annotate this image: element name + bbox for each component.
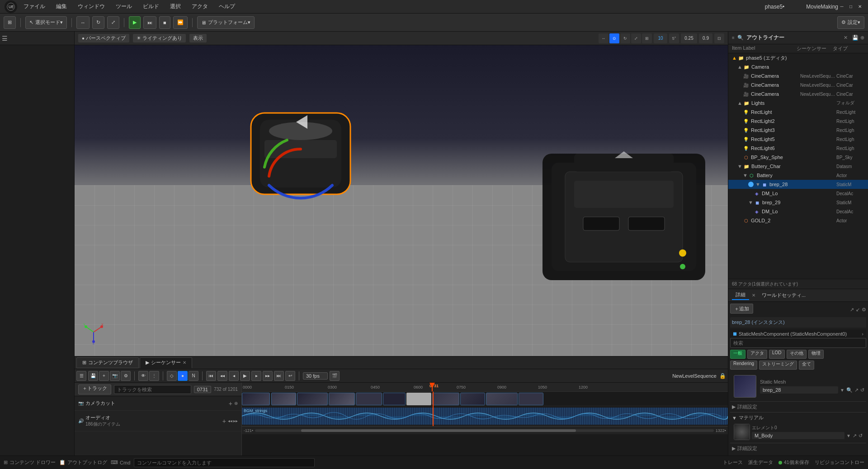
tree-item-battery[interactable]: ▼ ⬡ Battery Actor — [728, 171, 868, 180]
details-export-icon[interactable]: ↗ — [850, 307, 854, 313]
seq-mode1-btn[interactable]: ◇ — [167, 371, 177, 381]
seq-more-btn[interactable]: ⋮ — [149, 371, 159, 381]
tree-item-brep28[interactable]: ▼ ◼ brep_28 StaticM — [728, 180, 868, 189]
tree-item-bpsky[interactable]: ⬡ BP_Sky_Sphe BP_Sky — [728, 153, 868, 162]
add-audio-btn[interactable]: + — [222, 417, 226, 425]
seq-prev-key-btn[interactable]: ◂◂ — [217, 371, 227, 381]
seq-mode2-btn[interactable]: ● — [178, 371, 188, 381]
active-gizmo[interactable]: ⊙ — [609, 33, 619, 43]
viewport-toggle-btn[interactable]: ⊞ — [4, 16, 16, 29]
seq-loop-btn[interactable]: ↩ — [285, 371, 295, 381]
audio-track[interactable]: 🔊 オーディオ 186個のアイテム + ◂◂ ▸▸ — [75, 411, 241, 431]
clip-9[interactable] — [486, 393, 518, 405]
menu-edit[interactable]: 編集 — [54, 2, 69, 11]
camera-cut-menu-btn[interactable]: ⊕ — [234, 401, 238, 406]
seq-menu-btn[interactable]: ☰ — [76, 371, 86, 381]
tree-item-gold2[interactable]: ⬡ GOLD_2 Actor — [728, 216, 868, 225]
seq-prev-frame-btn[interactable]: ◂ — [229, 371, 239, 381]
static-mesh-name[interactable]: brep_28 — [760, 386, 838, 394]
move-btn[interactable]: ↔ — [76, 16, 90, 29]
details-import-icon[interactable]: ↙ — [856, 307, 860, 313]
menu-build[interactable]: ビルド — [141, 2, 161, 11]
add-camera-cut-btn[interactable]: + — [229, 400, 232, 407]
clip-8[interactable] — [460, 393, 485, 405]
filter-tab-physics[interactable]: 物理 — [808, 350, 824, 359]
clip-5[interactable] — [383, 393, 406, 405]
platform-btn[interactable]: 🖥 プラットフォーム▾ — [197, 16, 255, 29]
sequencer-tab[interactable]: ▶ シーケンサー ✕ — [140, 357, 192, 368]
details-search-input[interactable] — [730, 338, 866, 348]
battery-selected-object[interactable] — [233, 95, 368, 212]
menu-window[interactable]: ウィンドウ — [76, 2, 107, 11]
materials-label[interactable]: ▼ マテリアル — [732, 414, 864, 421]
skip-btn[interactable]: ⏩ — [173, 16, 188, 29]
tree-item-lights-folder[interactable]: ▲ 📁 Lights フォルダ — [728, 98, 868, 108]
details-settings-label[interactable]: ▶ 詳細設定 — [732, 403, 864, 410]
tree-item-rectlight2[interactable]: 💡 RectLight2 RectLigh — [728, 117, 868, 126]
scale-btn[interactable]: ⤢ — [107, 16, 119, 29]
tree-item-dmlo2[interactable]: ◈ DM_Lo DecalAc — [728, 207, 868, 216]
sub-tab-rendering[interactable]: Rendering — [730, 361, 757, 370]
seq-next-frame-btn[interactable]: ▸ — [251, 371, 261, 381]
content-browser-tab[interactable]: ⊞ コンテンツブラウザ — [76, 357, 139, 368]
details-close-btn[interactable]: ✕ — [752, 293, 755, 298]
seq-to-end-btn[interactable]: ⏭ — [274, 371, 284, 381]
camera-cut-track[interactable]: 📷 カメラカット + ⊕ — [75, 396, 241, 411]
mesh-reset-icon[interactable]: ↺ — [860, 387, 864, 393]
seq-track-search[interactable] — [114, 385, 191, 394]
outliner-filter-icon[interactable]: ⊕ — [860, 35, 864, 41]
select-mode-btn[interactable]: ↖ 選択モード▾ — [25, 16, 67, 29]
menu-help[interactable]: ヘルプ — [217, 2, 237, 11]
grid-snap-btn[interactable]: 10 — [654, 33, 667, 43]
minimize-button[interactable]: ─ — [838, 3, 845, 10]
sequencer-tab-close[interactable]: ✕ — [183, 360, 186, 365]
filter-tab-other[interactable]: その他 — [787, 350, 807, 359]
clip-2[interactable]: CineCameraA — [297, 393, 328, 405]
scale-gizmo[interactable]: ⤢ — [631, 33, 641, 43]
clip-10[interactable] — [519, 393, 543, 405]
details-tab[interactable]: 詳細 — [732, 291, 749, 300]
console-input[interactable] — [134, 458, 315, 467]
final-settings-label[interactable]: ▶ 詳細設定 — [732, 445, 864, 452]
tree-item-camera-folder[interactable]: ▲ 📁 Camera — [728, 62, 868, 71]
stop-btn[interactable]: ■ — [159, 16, 170, 29]
hamburger-icon[interactable]: ☰ — [2, 35, 8, 42]
timeline-scrollbar[interactable] — [255, 429, 714, 432]
outliner-settings-icon[interactable]: ≡ — [732, 35, 735, 40]
menu-select[interactable]: 選択 — [168, 2, 183, 11]
tree-item-cinecam-1[interactable]: 🎥 CineCamera NewLevelSequence CineCar — [728, 71, 868, 80]
seq-fps-display[interactable]: 30 fps — [303, 372, 328, 380]
outliner-search-icon[interactable]: 🔍 — [737, 35, 744, 41]
clip-1[interactable]: CineA — [271, 393, 296, 405]
trace-btn[interactable]: トレース — [723, 459, 743, 466]
seq-save-btn[interactable]: 💾 — [88, 371, 98, 381]
revision-btn[interactable]: リビジョンコントロー — [815, 459, 864, 466]
tree-item-rectlight[interactable]: 💡 RectLight RectLight — [728, 108, 868, 117]
menu-tools[interactable]: ツール — [114, 2, 134, 11]
details-settings-icon[interactable]: ⚙ — [862, 307, 866, 313]
world-settings-tab[interactable]: ワールドセッティ... — [758, 291, 809, 300]
seq-play-btn[interactable]: ▶ — [240, 371, 250, 381]
close-button[interactable]: ✕ — [856, 3, 863, 10]
menu-file[interactable]: ファイル — [22, 2, 47, 11]
material-dropdown[interactable]: ▼ — [846, 433, 851, 438]
display-tab[interactable]: 表示 — [189, 34, 207, 42]
menu-actor[interactable]: アクタ — [190, 2, 210, 11]
seq-add-track-btn[interactable]: ＋トラック — [78, 385, 111, 394]
seq-view-btn[interactable]: 👁 — [138, 371, 148, 381]
clip-7[interactable] — [432, 393, 459, 405]
spawn-btn[interactable]: 派生データ — [748, 459, 773, 466]
audio-clip-main[interactable]: BGM_strings — [242, 408, 728, 425]
settings-btn[interactable]: ⚙ 設定▾ — [837, 16, 864, 29]
seq-to-start-btn[interactable]: ⏮ — [206, 371, 216, 381]
tree-item-cinecam-3[interactable]: 🎥 CineCamera NewLevelSequence CineCar — [728, 89, 868, 98]
perspective-tab[interactable]: ● パースペクティブ — [78, 34, 129, 42]
clip-3[interactable] — [329, 393, 355, 405]
material-name[interactable]: M_Body — [752, 432, 844, 439]
filter-tab-general[interactable]: 一般 — [730, 350, 745, 359]
visibility-icon-brep28[interactable] — [748, 182, 754, 187]
seq-add-btn[interactable]: + — [99, 371, 109, 381]
battery-charger-object[interactable] — [529, 127, 719, 289]
audio-fwd-btn[interactable]: ▸▸ — [233, 418, 238, 423]
snap-gizmo[interactable]: ⊞ — [642, 33, 652, 43]
